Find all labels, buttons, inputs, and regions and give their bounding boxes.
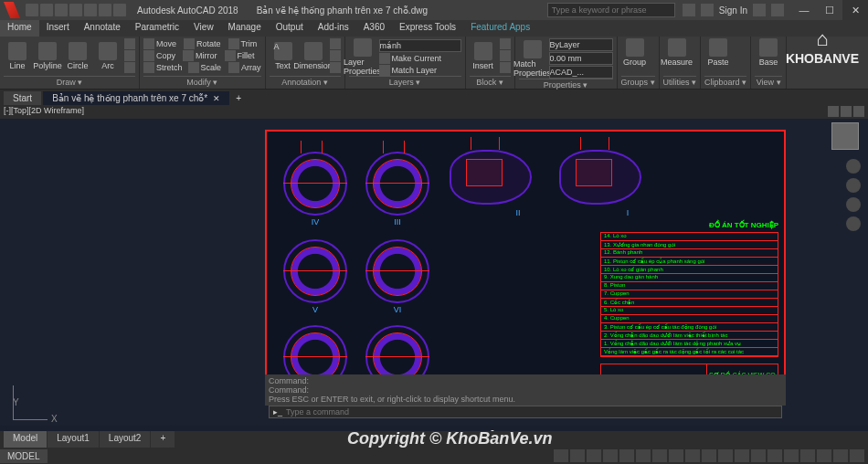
ribbon-tab-output[interactable]: Output: [269, 20, 311, 37]
close-doc-icon[interactable]: ✕: [213, 94, 220, 103]
fillet-icon[interactable]: [225, 50, 236, 61]
layer-properties-button[interactable]: Layer Properties: [349, 38, 376, 76]
ribbon-tab-featured[interactable]: Featured Apps: [463, 20, 537, 37]
lineweight-dropdown[interactable]: [549, 52, 613, 65]
otrack-toggle[interactable]: [636, 449, 651, 462]
ribbon-tab-manage[interactable]: Manage: [221, 20, 269, 37]
mirror-icon[interactable]: [183, 50, 194, 61]
command-input[interactable]: [286, 407, 781, 417]
trim-icon[interactable]: [228, 38, 239, 49]
qat-saveas-icon[interactable]: [69, 4, 82, 16]
insert-block-button[interactable]: Insert: [470, 42, 497, 70]
close-button[interactable]: ✕: [842, 0, 868, 20]
vp-close-icon[interactable]: [853, 106, 864, 117]
anno-scale[interactable]: [702, 449, 716, 462]
document-tab[interactable]: Bản vẽ hệ thống phanh trên xe 7 chỗ*✕: [43, 91, 229, 105]
sign-in-link[interactable]: Sign In: [719, 5, 747, 16]
panel-title-annotation[interactable]: Annotation ▾: [270, 76, 341, 87]
attr-block-icon[interactable]: [500, 62, 511, 73]
cycling-toggle[interactable]: [685, 449, 700, 462]
base-view-button[interactable]: Base: [755, 38, 782, 67]
panel-title-view[interactable]: View ▾: [755, 76, 782, 87]
units-toggle[interactable]: [751, 449, 766, 462]
vp-max-icon[interactable]: [841, 106, 852, 117]
viewport-label[interactable]: [-][Top][2D Wireframe]: [4, 106, 84, 119]
match-properties-button[interactable]: Match Properties: [519, 40, 546, 78]
arc-button[interactable]: Arc: [94, 42, 122, 70]
color-dropdown[interactable]: [549, 38, 613, 51]
osnap-toggle[interactable]: [619, 449, 634, 462]
new-tab-button[interactable]: +: [231, 93, 246, 103]
panel-title-draw[interactable]: Draw ▾: [4, 76, 135, 87]
mtext-icon[interactable]: [330, 62, 341, 73]
hatch-icon[interactable]: [124, 50, 135, 61]
array-icon[interactable]: [228, 62, 239, 73]
model-tab[interactable]: Model: [4, 431, 47, 448]
infocenter-search[interactable]: [547, 3, 675, 17]
make-current-icon[interactable]: [379, 53, 390, 64]
drawing-viewport[interactable]: IV III II I V VI VIII VII 14. Lò xo13. X…: [0, 119, 868, 426]
qat-new-icon[interactable]: [26, 4, 38, 16]
orbit-icon[interactable]: [846, 216, 861, 231]
qat-undo-icon[interactable]: [99, 4, 111, 16]
panel-title-utilities[interactable]: Utilities ▾: [663, 76, 697, 87]
qat-open-icon[interactable]: [40, 4, 53, 16]
search-icon[interactable]: [683, 4, 695, 16]
linetype-dropdown[interactable]: [549, 66, 613, 79]
polyline-button[interactable]: Polyline: [34, 42, 61, 70]
layout1-tab[interactable]: Layout1: [48, 431, 99, 448]
paste-button[interactable]: Paste: [704, 38, 732, 67]
ribbon-tab-addins[interactable]: Add-ins: [311, 20, 356, 37]
minimize-button[interactable]: —: [791, 0, 817, 20]
polar-toggle[interactable]: [603, 449, 618, 462]
maximize-button[interactable]: ☐: [817, 0, 842, 20]
exchange-icon[interactable]: [753, 4, 766, 16]
dimension-button[interactable]: Dimension: [300, 42, 327, 70]
pan-icon[interactable]: [846, 178, 861, 193]
panel-title-layers[interactable]: Layers ▾: [349, 76, 461, 87]
create-block-icon[interactable]: [500, 38, 511, 49]
transparency-toggle[interactable]: [669, 449, 683, 462]
panel-title-groups[interactable]: Groups ▾: [621, 76, 655, 87]
grid-toggle[interactable]: [554, 449, 568, 462]
panel-title-block[interactable]: Block ▾: [470, 76, 511, 87]
user-icon[interactable]: [701, 4, 714, 16]
quick-props[interactable]: [767, 449, 782, 462]
hardware-accel[interactable]: [817, 449, 831, 462]
panel-title-properties[interactable]: Properties ▾: [519, 79, 613, 90]
viewcube[interactable]: [831, 122, 859, 150]
layout2-tab[interactable]: Layout2: [100, 431, 151, 448]
qat-redo-icon[interactable]: [113, 4, 126, 16]
vp-min-icon[interactable]: [828, 106, 839, 117]
ellipse-icon[interactable]: [124, 62, 135, 73]
panel-title-modify[interactable]: Modify ▾: [143, 76, 261, 87]
isolate-toggle[interactable]: [800, 449, 815, 462]
customize-status[interactable]: [850, 449, 864, 462]
clean-screen[interactable]: [833, 449, 848, 462]
nav-wheel-icon[interactable]: [846, 159, 861, 174]
new-layout-button[interactable]: +: [151, 431, 175, 448]
group-button[interactable]: Group: [621, 38, 649, 67]
model-space-button[interactable]: MODEL: [0, 449, 48, 463]
ribbon-tab-view[interactable]: View: [186, 20, 221, 37]
ribbon-tab-annotate[interactable]: Annotate: [77, 20, 128, 37]
stretch-icon[interactable]: [143, 62, 154, 73]
measure-button[interactable]: Measure: [663, 38, 691, 67]
workspace-toggle[interactable]: [718, 449, 733, 462]
ribbon-tab-parametric[interactable]: Parametric: [128, 20, 186, 37]
line-button[interactable]: Line: [4, 42, 31, 70]
rotate-icon[interactable]: [184, 38, 195, 49]
ribbon-tab-a360[interactable]: A360: [356, 20, 392, 37]
leader-icon[interactable]: [330, 38, 341, 49]
start-tab[interactable]: Start: [4, 91, 41, 105]
layer-dropdown[interactable]: [379, 39, 461, 52]
table-icon[interactable]: [330, 50, 341, 61]
circle-button[interactable]: Circle: [64, 42, 91, 70]
anno-monitor[interactable]: [735, 449, 749, 462]
lwt-toggle[interactable]: [652, 449, 667, 462]
text-button[interactable]: AText: [270, 42, 297, 70]
ribbon-tab-express[interactable]: Express Tools: [392, 20, 463, 37]
ribbon-tab-insert[interactable]: Insert: [39, 20, 77, 37]
zoom-icon[interactable]: [846, 197, 861, 212]
qat-save-icon[interactable]: [55, 4, 68, 16]
